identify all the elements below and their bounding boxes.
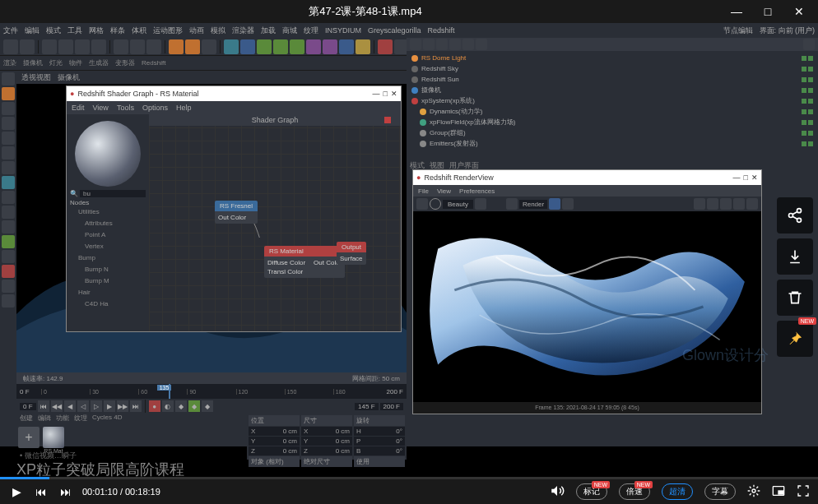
shader-menu-help[interactable]: Help — [176, 104, 192, 112]
axis-z-icon[interactable] — [146, 39, 161, 54]
menu-insydium[interactable]: INSYDIUM — [325, 26, 361, 35]
coord-y-size[interactable]: Y0 cm — [301, 437, 352, 446]
shader-max-button[interactable]: □ — [383, 90, 388, 98]
play-back-icon[interactable]: ◁ — [77, 400, 89, 412]
tab-render[interactable]: 渲染 — [3, 58, 16, 67]
render-snap-icon[interactable] — [475, 198, 486, 210]
goto-end-icon[interactable]: ⏭ — [130, 400, 142, 412]
channels-icon[interactable] — [733, 198, 745, 210]
tab-camera[interactable]: 摄像机 — [23, 58, 43, 67]
obj-row[interactable]: Redshift Sun — [408, 74, 816, 85]
port-out-color[interactable]: Out Color — [218, 213, 254, 222]
tree-hair[interactable]: Hair — [70, 287, 146, 298]
axis-y-icon[interactable] — [130, 39, 145, 54]
zoom-1-icon[interactable] — [707, 198, 718, 210]
port-transl[interactable]: Transl Color — [267, 267, 305, 276]
tool-l1-icon[interactable] — [2, 191, 15, 204]
zoom-fit-icon[interactable] — [694, 198, 705, 210]
obj-row[interactable]: xpFlowField(xp流体网格力场) — [408, 117, 816, 127]
subdiv-icon[interactable] — [273, 39, 288, 54]
obj-row[interactable]: 摄像机 — [408, 85, 816, 95]
tree-bump[interactable]: Bump — [70, 252, 146, 264]
menu-volume[interactable]: 体积 — [132, 25, 146, 36]
key-scale-icon[interactable]: ◆ — [202, 400, 213, 412]
download-button[interactable] — [777, 238, 813, 275]
tree-vertex[interactable]: Vertex — [70, 241, 146, 252]
menu-mograph[interactable]: 运动图形 — [153, 25, 183, 36]
coord-mode-button[interactable]: 对象 (相对) — [249, 456, 300, 467]
tab-generator[interactable]: 生成器 — [89, 58, 109, 67]
rotate-icon[interactable] — [91, 39, 106, 54]
tab-light[interactable]: 灯光 — [49, 58, 63, 67]
menu-gsg[interactable]: Greyscalegorilla — [368, 26, 421, 35]
field-icon[interactable] — [323, 39, 337, 54]
close-button[interactable]: ✕ — [787, 3, 811, 20]
object-mode-icon[interactable] — [2, 87, 15, 100]
pin-button[interactable]: NEW — [777, 321, 813, 357]
range-start-input[interactable]: 0 F — [20, 403, 36, 410]
obj-row[interactable]: Redshift Sky — [408, 63, 816, 74]
frame-start[interactable]: 0 F — [18, 388, 31, 395]
object-tree[interactable]: RS Dome Light Redshift Sky Redshift Sun … — [407, 51, 818, 150]
render-menu-prefs[interactable]: Preferences — [459, 187, 495, 195]
range-end-input[interactable]: 200 F — [380, 403, 403, 410]
tool-l5-icon[interactable] — [2, 250, 15, 263]
select-icon[interactable] — [42, 39, 57, 54]
tool-l2-icon[interactable] — [2, 206, 15, 219]
shader-close-button[interactable]: ✕ — [391, 90, 397, 98]
axis-x-icon[interactable] — [114, 39, 128, 54]
obj-tags-icon[interactable] — [462, 39, 474, 50]
render-start-icon[interactable] — [430, 198, 441, 210]
render-icon[interactable] — [169, 39, 184, 54]
mat-tab-tex[interactable]: 纹理 — [74, 414, 87, 425]
volume-button[interactable] — [550, 483, 565, 501]
menu-simulate[interactable]: 模拟 — [211, 25, 225, 36]
coord-tab-pos[interactable]: 位置 — [249, 415, 300, 426]
menu-redshift[interactable]: Redshift — [428, 26, 455, 35]
crop-icon[interactable] — [506, 198, 518, 210]
obj-view-icon[interactable] — [436, 39, 448, 50]
material-preview[interactable] — [75, 121, 141, 187]
maximize-button[interactable]: □ — [755, 3, 780, 20]
workplane-icon[interactable] — [2, 161, 15, 174]
point-mode-icon[interactable] — [2, 102, 15, 115]
key-rot-icon[interactable]: ◆ — [188, 400, 200, 412]
prev-frame-icon[interactable]: ◀ — [64, 400, 76, 412]
port-surface[interactable]: Surface — [340, 254, 363, 263]
mat-tab-edit[interactable]: 编辑 — [38, 414, 51, 425]
tree-point[interactable]: Point A — [70, 229, 146, 241]
camera-icon[interactable] — [339, 39, 354, 54]
node-output[interactable]: Output Surface — [337, 242, 366, 265]
autokey-icon[interactable]: ◐ — [162, 400, 174, 412]
render-min-button[interactable]: — — [733, 173, 741, 182]
share-button[interactable] — [777, 197, 813, 234]
minimize-button[interactable]: — — [724, 3, 749, 20]
next-frame-icon[interactable]: ▶ — [104, 400, 115, 412]
model-mode-icon[interactable] — [2, 72, 15, 86]
obj-row[interactable]: RS Dome Light — [408, 53, 816, 63]
obj-row[interactable]: xpSystem(xp系统) — [408, 95, 816, 106]
menu-animate[interactable]: 动画 — [189, 25, 204, 36]
menu-render[interactable]: 渲染器 — [232, 25, 254, 36]
pip-button[interactable] — [772, 484, 785, 500]
render-titlebar[interactable]: ● Redshift RenderView — □ ✕ — [413, 170, 761, 185]
quality-button[interactable]: 超清 — [662, 483, 693, 500]
play-button[interactable]: ▶ — [8, 485, 25, 498]
tool-l8-icon[interactable] — [2, 294, 15, 307]
xp-icon[interactable] — [378, 39, 393, 54]
settings-button[interactable] — [747, 484, 760, 500]
poly-mode-icon[interactable] — [2, 132, 15, 145]
next-key-icon[interactable]: ▶▶ — [117, 400, 128, 412]
speed-button[interactable]: 倍速 NEW — [619, 483, 650, 500]
tool-l4-icon[interactable] — [2, 235, 15, 248]
coord-y[interactable]: Y0 cm — [249, 437, 300, 446]
prev-key-icon[interactable]: ◀◀ — [51, 400, 63, 412]
menu-load[interactable]: 加载 — [261, 25, 276, 36]
timeline-ruler[interactable]: 0 F 0 30 60 90 120 150 180 135 200 F — [16, 384, 407, 399]
mark-button[interactable]: 标记 NEW — [576, 483, 607, 500]
menu-texture[interactable]: 纹理 — [304, 25, 318, 36]
coord-b[interactable]: B0° — [354, 446, 405, 455]
mat-tab-func[interactable]: 功能 — [56, 414, 69, 425]
search-input[interactable]: bu — [80, 190, 146, 197]
coord-x[interactable]: X0 cm — [249, 427, 300, 436]
